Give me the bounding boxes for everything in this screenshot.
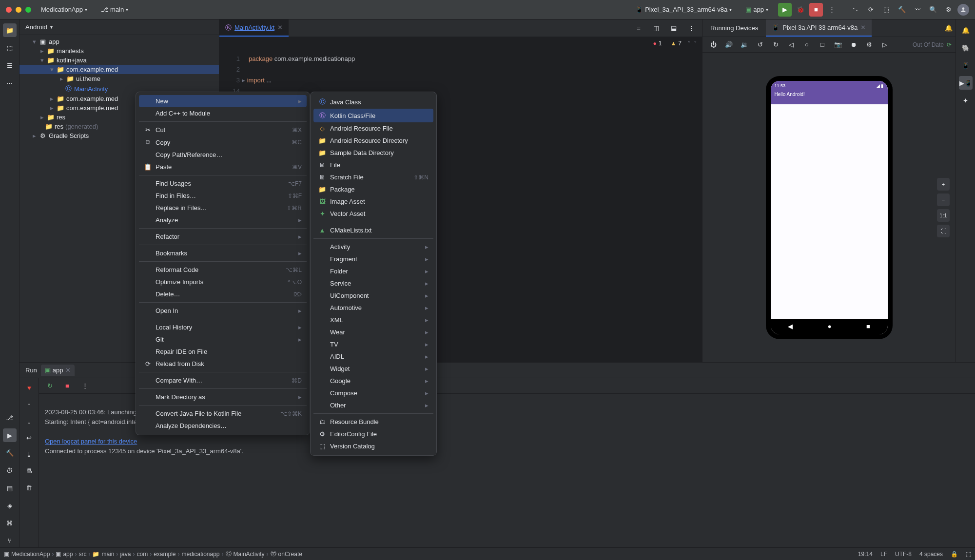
code-with-me-icon[interactable]: ⇋ [848,3,862,17]
device-selector[interactable]: 📱 Pixel_3a_API_33_arm64-v8a ▾ [631,4,736,15]
soft-wrap-icon[interactable]: ↩ [22,431,36,444]
menu-reload-from-disk[interactable]: ⟳Reload from Disk [139,358,307,370]
settings-icon[interactable]: ⚙ [942,3,956,17]
crumb[interactable]: ▣ MedicationApp [4,551,50,558]
phone-overview-icon[interactable]: ■ [866,323,870,330]
menu-resource-bundle[interactable]: 🗂Resource Bundle [313,416,433,428]
menu-cut[interactable]: ✂Cut⌘X [139,124,307,136]
minimize-window[interactable] [16,7,21,13]
menu-google[interactable]: Google▸ [313,375,433,387]
menu-open-in[interactable]: Open In▸ [139,305,307,317]
zoom-out-button[interactable]: − [937,193,950,206]
scroll-up-icon[interactable]: ↑ [22,398,36,411]
run-tab-app[interactable]: ▣ app ✕ [41,365,75,376]
close-tab-icon[interactable]: ✕ [65,367,71,374]
warning-indicator[interactable]: ▲7 [667,39,684,48]
menu-sample-data-dir[interactable]: 📁Sample Data Directory [313,147,433,159]
stop-icon[interactable]: ■ [60,379,74,393]
crumb[interactable]: ▣ app [56,551,73,558]
build-icon[interactable]: 🔨 [895,3,909,17]
line-separator[interactable]: LF [880,551,887,558]
menu-copy[interactable]: ⧉Copy⌘C [139,136,307,149]
readonly-toggle-icon[interactable]: 🔒 [951,551,958,558]
next-highlight-icon[interactable]: ˅ [694,40,697,47]
menu-scratch-file[interactable]: 🗎Scratch File⇧⌘N [313,171,433,183]
debug-button[interactable]: 🐞 [794,3,807,17]
vcs-tool-button[interactable]: ⑂ [3,534,17,547]
rerun-icon[interactable]: ↻ [43,379,57,393]
menu-mark-directory[interactable]: Mark Directory as▸ [139,391,307,403]
search-icon[interactable]: 🔍 [926,3,940,17]
notifications-tool-button[interactable]: 🔔 [959,23,973,37]
menu-android-resource-file[interactable]: ◇Android Resource File [313,122,433,135]
phone-home-icon[interactable]: ● [828,323,832,330]
crumb[interactable]: medicationapp [181,551,219,558]
menu-xml[interactable]: XML▸ [313,314,433,326]
menu-tv[interactable]: TV▸ [313,338,433,350]
menu-reformat[interactable]: Reformat Code⌥⌘L [139,264,307,276]
menu-git[interactable]: Git▸ [139,333,307,346]
project-view-selector[interactable]: Android [25,23,47,31]
terminal-tool-button[interactable]: ⌘ [3,516,17,530]
menu-compose[interactable]: Compose▸ [313,387,433,399]
build-tool-button[interactable]: 🔨 [3,446,17,460]
maximize-window[interactable] [25,7,31,13]
refresh-icon[interactable]: ⟳ [947,41,952,48]
rotate-right-icon[interactable]: ↻ [769,38,782,52]
run-tool-button[interactable]: ▶ [3,428,17,442]
menu-cmakelists[interactable]: ▲CMakeLists.txt [313,224,433,236]
split-down-icon[interactable]: ⬓ [667,21,681,35]
ide-status-icon[interactable]: ⬚ [966,551,971,558]
menu-widget[interactable]: Widget▸ [313,363,433,375]
menu-aidl[interactable]: AIDL▸ [313,350,433,363]
crumb[interactable]: Ⓒ MainActivity [226,550,265,558]
notifications-icon[interactable]: 🔔 [942,21,956,35]
updates-icon[interactable]: ⬚ [879,3,893,17]
app-inspection-button[interactable]: ◈ [3,499,17,512]
run-button[interactable]: ▶ [778,3,792,17]
indent-settings[interactable]: 4 spaces [919,551,943,558]
crumb[interactable]: 📁 main [92,551,114,558]
menu-new[interactable]: New▸ [139,95,307,107]
branch-selector[interactable]: ⎇ main ▾ [97,4,132,15]
menu-image-asset[interactable]: 🖼Image Asset [313,195,433,208]
next-icon[interactable]: ▷ [878,38,892,52]
tree-item-kotlin-java[interactable]: ▾📁kotlin+java [20,56,219,65]
menu-paste[interactable]: 📋Paste⌘V [139,161,307,173]
tree-item-ui-theme[interactable]: ▸📁ui.theme [20,74,219,83]
record-icon[interactable]: ⏺ [847,38,860,52]
menu-kotlin-class[interactable]: ⓀKotlin Class/File [313,109,433,122]
tree-item-app[interactable]: ▾▣app [20,37,219,46]
clear-icon[interactable]: 🗑 [22,481,36,494]
split-right-icon[interactable]: ◫ [649,21,663,35]
back-icon[interactable]: ◁ [784,38,798,52]
menu-java-class[interactable]: ⒸJava Class [313,95,433,109]
menu-optimize-imports[interactable]: Optimize Imports^⌥O [139,276,307,288]
device-tab[interactable]: 📱 Pixel 3a API 33 arm64-v8a ✕ [766,19,872,37]
editor-more-icon[interactable]: ⋮ [684,21,698,35]
phone-back-icon[interactable]: ◀ [788,323,793,330]
profiler-tool-button[interactable]: ⏱ [3,463,17,477]
menu-file[interactable]: 🗎File [313,159,433,171]
home-icon[interactable]: ○ [800,38,814,52]
overview-icon[interactable]: □ [816,38,829,52]
crumb[interactable]: java [120,551,131,558]
menu-folder[interactable]: Folder▸ [313,265,433,277]
crumb[interactable]: src [78,551,86,558]
project-selector[interactable]: MedicationApp ▾ [37,4,91,15]
tree-item-manifests[interactable]: ▸📁manifests [20,46,219,56]
volume-down-icon[interactable]: 🔉 [738,38,751,52]
close-device-tab-icon[interactable]: ✕ [860,24,866,31]
more-actions[interactable]: ⋮ [825,3,838,17]
prev-highlight-icon[interactable]: ˄ [687,40,691,47]
run-more-icon[interactable]: ⋮ [78,379,92,393]
menu-delete[interactable]: Delete…⌦ [139,288,307,300]
menu-package[interactable]: 📁Package [313,183,433,195]
project-tool-button[interactable]: 📁 [3,23,17,37]
menu-vector-asset[interactable]: ✦Vector Asset [313,208,433,220]
menu-local-history[interactable]: Local History▸ [139,321,307,333]
menu-find-in-files[interactable]: Find in Files…⇧⌘F [139,190,307,202]
scroll-down-icon[interactable]: ↓ [22,414,36,428]
account-avatar[interactable] [957,4,969,16]
menu-version-catalog[interactable]: ⬚Version Catalog [313,440,433,452]
